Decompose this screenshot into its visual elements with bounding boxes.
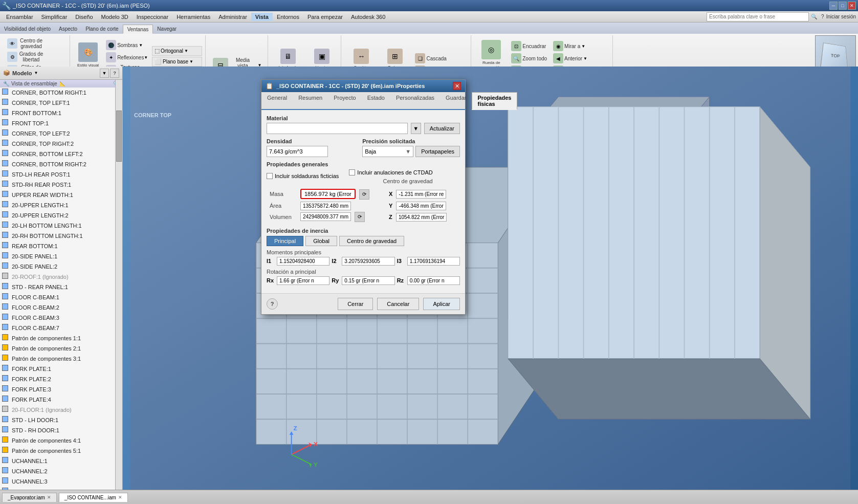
tab-corte[interactable]: Plano de corte [81,25,123,34]
tree-item-uchannel3[interactable]: UCHANNEL:3 [0,476,122,487]
tab-proyecto[interactable]: Proyecto [328,92,361,109]
tree-item-20-side-panel1[interactable]: 20-SIDE PANEL:1 [0,251,122,261]
tab-apariencia[interactable]: Aspecto [55,25,81,34]
menu-paraempezar[interactable]: Para empezar [303,13,347,21]
tree-item-20-rh-bottom-length1[interactable]: 20-RH BOTTOM LENGTH:1 [0,231,122,241]
global-tab[interactable]: Global [305,236,337,246]
tab-propiedades-fisicas[interactable]: Propiedades físicas [472,92,517,110]
tab-personalizadas[interactable]: Personalizadas [390,92,440,109]
tree-item-corner-bottom-right2[interactable]: CORNER, BOTTOM RIGHT:2 [0,159,122,169]
user-login[interactable]: Iniciar sesión [826,14,856,19]
material-dropdown-arrow[interactable]: ▼ [411,123,421,134]
search-panel-btn[interactable]: ? [110,69,119,78]
menu-vista[interactable]: Vista [251,13,273,21]
tree-item-patron4[interactable]: Patrón de componentes 4:1 [0,435,122,446]
checkbox-soldaduras[interactable]: Incluir soldaduras ficticias [267,169,339,183]
ribbon-cascada[interactable]: ❑ Cascada [413,53,448,64]
help-button[interactable]: ? [267,298,278,310]
centro-gravedad-tab[interactable]: Centro de gravedad [339,236,404,246]
tree-item-20-upper-length2[interactable]: 20-UPPER LENGTH:2 [0,210,122,221]
tree-item-uchannel1[interactable]: UCHANNEL:1 [0,456,122,466]
tree-item-fork-plate4[interactable]: FORK PLATE:4 [0,395,122,405]
tree-item-floor-cbeam2[interactable]: FLOOR C-BEAM:2 [0,302,122,313]
tab-evaporator-close[interactable]: ✕ [47,495,51,500]
anulaciones-checkbox[interactable] [349,169,355,176]
tree-item-patron2[interactable]: Patrón de componentes 2:1 [0,343,122,354]
title-bar-buttons[interactable]: ─ □ ✕ [829,2,856,10]
tree-item-patron5[interactable]: Patrón de componentes 5:1 [0,446,122,456]
tree-item-fork-plate1[interactable]: FORK PLATE:1 [0,364,122,374]
tree-item-front-top1[interactable]: FRONT TOP:1 [0,118,122,128]
ribbon-ortogonal[interactable]: ⬚ Ortogonal ▼ [152,46,202,56]
tree-item-floor-cbeam7[interactable]: FLOOR C-BEAM:7 [0,323,122,333]
tree-item-uchannel2[interactable]: UCHANNEL:2 [0,466,122,476]
dialog-close-button[interactable]: ✕ [453,82,461,90]
ribbon-anterior[interactable]: ◀ Anterior ▼ [551,53,592,64]
tree-scrollbar[interactable] [115,80,122,490]
aplicar-button[interactable]: Aplicar [423,298,460,310]
tab-evaporator[interactable]: _Evaporator.iam ✕ [2,493,57,502]
search-icon[interactable]: 🔍 [811,14,817,19]
tree-item-upper-rear-width1[interactable]: UPPER REAR WIDTH:1 [0,190,122,200]
close-button[interactable]: ✕ [848,2,856,10]
menu-herramientas[interactable]: Herramientas [172,13,214,21]
ribbon-mirar-a[interactable]: ◉ Mirar a ▼ [551,40,592,52]
minimize-button[interactable]: ─ [829,2,838,10]
tree-item-rear-bottom1[interactable]: REAR BOTTOM:1 [0,241,122,251]
view-dropdown[interactable]: 🔧 Vista de ensamblaje 📐 🔍 [0,80,122,87]
tree-item-std-lh-rear-post1[interactable]: STD-LH REAR POST:1 [0,169,122,180]
tree-item-corner-bottom-right1[interactable]: CORNER, BOTTOM RIGHT:1 [0,87,122,98]
tab-guardar[interactable]: Guardar [440,92,472,109]
tree-item-20-lh-bottom-length1[interactable]: 20-LH BOTTOM LENGTH:1 [0,221,122,231]
scrollbar-thumb[interactable] [116,111,122,162]
material-input[interactable] [267,123,408,134]
cancelar-button[interactable]: Cancelar [377,298,419,310]
tree-item-20-upper-length1[interactable]: 20-UPPER LENGTH:1 [0,200,122,210]
menu-entornos[interactable]: Entornos [273,13,303,21]
ribbon-zoom-todo[interactable]: 🔍 Zoom todo [509,53,549,64]
soldaduras-checkbox[interactable] [267,173,273,179]
density-input[interactable] [267,146,328,157]
ribbon-visibilidad-obj[interactable]: 👁 Centro de gravedad [5,37,46,50]
help-icon[interactable]: ? [821,14,824,19]
tab-iso-close[interactable]: ✕ [118,495,122,500]
tree-item-20-roof1[interactable]: 20-ROOF:1 (Ignorado) [0,272,122,282]
panel-dropdown-arrow[interactable]: ▼ [34,71,38,75]
tree-item-std-rear-panel1[interactable]: STD - REAR PANEL:1 [0,282,122,292]
tree-item-floor-cbeam3[interactable]: FLOOR C-BEAM:3 [0,313,122,323]
menu-modelo3d[interactable]: Modelo 3D [97,13,133,21]
ribbon-sombras[interactable]: 🌑 Sombras ▼ [104,39,150,51]
ribbon-reflexiones[interactable]: ✦ Reflexiones ▼ [104,52,150,63]
actualizar-button[interactable]: Actualizar [424,123,460,134]
menu-diseno[interactable]: Diseño [71,13,97,21]
tree-item-20-floor1[interactable]: 20-FLOOR:1 (Ignorado) [0,405,122,415]
iproperties-dialog[interactable]: 📋 _ISO CONTAINER - 1CC - (STD) 20' (6m).… [261,79,466,315]
tree-item-patron3[interactable]: Patrón de componentes 3:1 [0,354,122,364]
checkbox-anulaciones[interactable]: Incluir anulaciones de CTDAD [349,169,432,176]
tab-estado[interactable]: Estado [362,92,390,109]
tab-general[interactable]: General [261,92,293,109]
tree-item-corner-top-left2[interactable]: CORNER, TOP LEFT:2 [0,128,122,139]
ribbon-grados[interactable]: ⚙ Grados de libertad [5,51,46,63]
portapapeles-button[interactable]: Portapapeles [415,146,460,157]
tree-item-corner-bottom-left2[interactable]: CORNER, BOTTOM LEFT:2 [0,149,122,159]
volumen-icon-btn[interactable]: ⟳ [355,212,365,222]
tab-visibilidad[interactable]: Visibilidad del objeto [0,25,55,34]
menu-autodesk360[interactable]: Autodesk 360 [347,13,389,21]
tree-item-std-rh-rear-post1[interactable]: STD-RH REAR POST:1 [0,180,122,190]
tree-item-std-lh-door1[interactable]: STD - LH DOOR:1 [0,415,122,425]
tab-iso-container[interactable]: _ISO CONTAINE...iam ✕ [59,493,128,502]
masa-recalc-btn[interactable]: ⟳ [359,189,369,200]
viewport[interactable]: X Y Z CORNER TOP [123,67,858,490]
tab-resumen[interactable]: Resumen [293,92,328,109]
tree-item-std-rh-door1[interactable]: STD - RH DOOR:1 [0,425,122,435]
tree-item-fork-plate2[interactable]: FORK PLATE:2 [0,374,122,384]
tree-item-front-bottom1[interactable]: FRONT BOTTOM:1 [0,108,122,118]
tree-item-corner-top-left1[interactable]: CORNER, TOP LEFT:1 [0,98,122,108]
maximize-button[interactable]: □ [839,2,847,10]
menu-administrar[interactable]: Administrar [214,13,251,21]
principal-tab[interactable]: Principal [267,236,303,246]
filter-btn[interactable]: ▼ [100,69,109,78]
tree-item-patron1[interactable]: Patrón de componentes 1:1 [0,333,122,343]
tab-ventanas[interactable]: Ventanas [123,25,153,34]
